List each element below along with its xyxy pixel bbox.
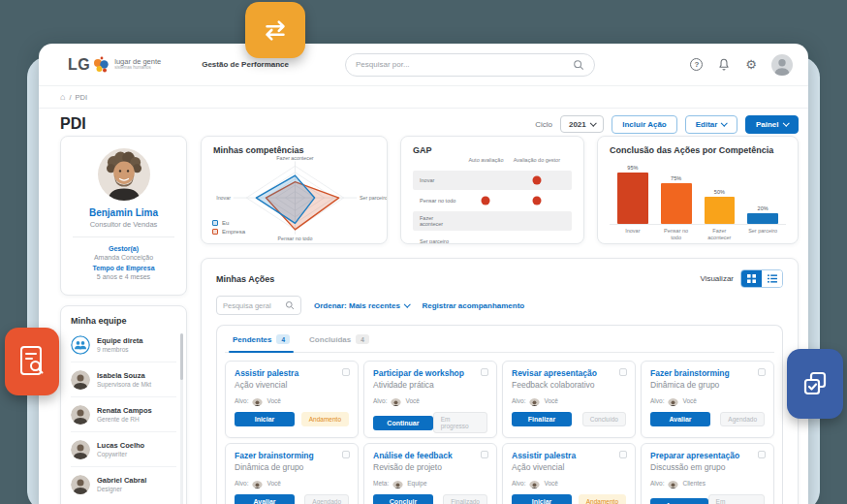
team-member-avatar [71, 335, 90, 355]
action-card[interactable]: Assistir palestra Ação vivencial Alvo: V… [225, 361, 359, 438]
team-scrollbar[interactable] [180, 333, 183, 504]
profile-card: Benjamin Lima Consultor de Vendas Gestor… [60, 136, 187, 296]
svg-text:Ser parceiro: Ser parceiro [360, 195, 388, 201]
notifications-bell-icon[interactable] [717, 57, 731, 72]
copy-check-icon [787, 349, 843, 419]
action-primary-button[interactable]: Continuar [373, 416, 433, 430]
person-avatar-icon [252, 481, 263, 488]
team-member-row[interactable]: Isabela Souza Supervisora de Mkt [71, 362, 176, 397]
competencies-card: Minhas competências Fazer acontecerSer p… [201, 136, 388, 244]
action-checkbox[interactable] [481, 368, 488, 376]
action-target-avatar [252, 478, 263, 488]
global-search[interactable] [345, 53, 595, 77]
sort-dropdown[interactable]: Ordenar: Mais recentes [314, 301, 409, 310]
cycle-select[interactable]: 2021 [560, 115, 604, 133]
action-subtitle: Atividade prática [373, 380, 487, 390]
actions-tab[interactable]: Pendentes 4 [233, 334, 290, 352]
brand-logo[interactable]: LG lugar de gente sistemas humanos [68, 56, 161, 74]
action-target-name: Você [267, 397, 280, 404]
search-icon [285, 300, 295, 310]
chevron-down-icon [783, 119, 789, 125]
register-followup-link[interactable]: Registrar acompanhamento [422, 301, 524, 310]
global-search-input[interactable] [356, 60, 573, 69]
action-primary-button[interactable]: Avançar [650, 498, 708, 504]
action-checkbox[interactable] [619, 368, 627, 376]
actions-search[interactable] [216, 296, 301, 315]
action-primary-button[interactable]: Finalizar [512, 412, 572, 426]
action-card[interactable]: Preparar apresentação Discussão em grupo… [641, 443, 774, 504]
svg-text:Pensar no todo: Pensar no todo [278, 236, 313, 241]
team-member-row[interactable]: Renata Campos Gerente de RH [71, 397, 176, 432]
gap-cell [532, 197, 541, 205]
team-card: Minha equipe Equipe direta 9 membros [60, 305, 187, 504]
profile-photo [98, 148, 150, 201]
action-card[interactable]: Assistir palestra Ação vivencial Alvo: V… [502, 443, 636, 504]
action-title: Revisar apresentação [512, 368, 626, 378]
gap-row: Ser parceiro [413, 232, 572, 244]
profile-name[interactable]: Benjamin Lima [69, 207, 178, 218]
panel-label: Painel [756, 120, 779, 129]
grid-view-button[interactable] [741, 270, 762, 287]
edit-label: Editar [696, 120, 718, 129]
help-icon[interactable]: ? [690, 58, 703, 71]
action-checkbox[interactable] [342, 451, 350, 458]
list-view-button[interactable] [762, 270, 782, 287]
action-checkbox[interactable] [758, 368, 766, 376]
action-card[interactable]: Análise de feedback Revisão de projeto M… [363, 443, 497, 504]
action-card[interactable]: Fazer brainstorming Dinâmica de grupo Al… [641, 361, 774, 438]
person-avatar-icon [71, 405, 90, 425]
grid-view-icon [747, 274, 756, 283]
action-primary-button[interactable]: Avaliar [650, 412, 710, 426]
action-checkbox[interactable] [619, 451, 627, 458]
actions-tab[interactable]: Concluídas 4 [309, 334, 369, 352]
legend-label: Eu [222, 220, 229, 226]
product-title: Gestão de Performance [202, 60, 289, 69]
cycle-label: Ciclo [535, 120, 552, 129]
bar-category-label: Inovar [617, 228, 648, 240]
action-card[interactable]: Participar de workshop Atividade prática… [363, 361, 497, 438]
brand-tagline: sistemas humanos [114, 66, 161, 71]
chevron-down-icon [590, 119, 596, 125]
action-primary-button[interactable]: Avaliar [235, 494, 295, 504]
gap-row-label: Inovar [420, 177, 456, 183]
action-primary-button[interactable]: Iniciar [235, 412, 295, 426]
action-checkbox[interactable] [758, 451, 766, 458]
person-avatar-icon [392, 481, 403, 488]
brand-logo-text: LG [68, 56, 90, 74]
profile-role: Consultor de Vendas [69, 220, 178, 229]
top-bar: LG lugar de gente sistemas humanos Gestã… [39, 44, 808, 86]
team-member-name: Isabela Souza [97, 371, 151, 380]
team-member-row[interactable]: Equipe direta 9 membros [71, 328, 176, 362]
sort-label: Ordenar: Mais recentes [314, 301, 400, 310]
panel-button[interactable]: Painel [745, 115, 799, 134]
team-member-row[interactable]: Lucas Coelho Copywriter [71, 432, 176, 467]
include-action-button[interactable]: Incluir Ação [612, 115, 677, 134]
actions-search-input[interactable] [223, 301, 285, 310]
person-avatar-icon [668, 398, 678, 406]
manager-name: Amanda Conceição [69, 254, 178, 261]
action-checkbox[interactable] [342, 368, 350, 376]
svg-text:Inovar: Inovar [216, 195, 231, 201]
gap-dot-chart: Inovar Pensar no todo Fazer acontecer Se… [413, 171, 572, 244]
team-group-icon [71, 335, 90, 355]
gap-row-label: Ser parceiro [420, 238, 456, 244]
swap-arrows-icon [245, 2, 305, 58]
action-target-name: Você [267, 480, 280, 487]
action-card[interactable]: Fazer brainstorming Dinâmica de grupo Al… [225, 443, 359, 504]
person-avatar-icon [252, 398, 263, 406]
action-primary-button[interactable]: Iniciar [512, 494, 572, 504]
legend-swatch [212, 220, 218, 226]
tenure-label: Tempo de Empresa [69, 265, 178, 271]
team-scrollbar-thumb[interactable] [180, 333, 183, 380]
action-card[interactable]: Revisar apresentação Feedback colaborati… [502, 361, 636, 438]
team-member-row[interactable]: Gabriel Cabral Designer [71, 467, 176, 501]
home-icon[interactable]: ⌂ [60, 92, 65, 102]
action-checkbox[interactable] [481, 451, 488, 458]
action-primary-button[interactable]: Concluir [373, 494, 433, 504]
edit-button[interactable]: Editar [685, 115, 737, 134]
settings-gear-icon[interactable]: ⚙ [745, 58, 757, 71]
user-avatar[interactable] [771, 54, 793, 76]
user-avatar-icon [771, 54, 793, 76]
person-avatar-icon [71, 370, 90, 390]
person-avatar-icon [668, 481, 678, 488]
